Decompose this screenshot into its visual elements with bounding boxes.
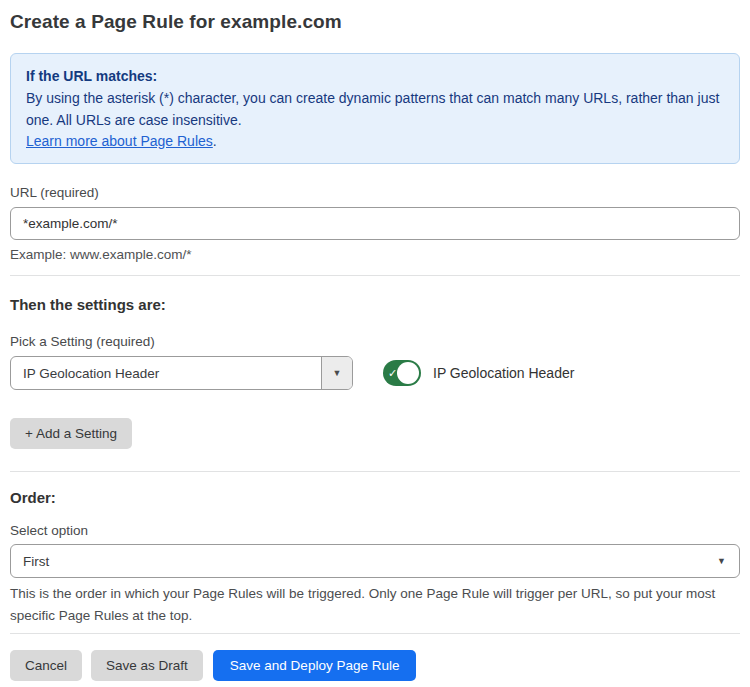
divider: [10, 471, 740, 472]
check-icon: ✓: [388, 368, 397, 379]
link-suffix: .: [213, 133, 217, 149]
setting-row: IP Geolocation Header ▼ ✓ IP Geolocation…: [10, 356, 740, 390]
actions-row: Cancel Save as Draft Save and Deploy Pag…: [10, 650, 740, 681]
dropdown-caret-icon: ▼: [333, 368, 342, 378]
select-caret-icon: ▼: [717, 556, 726, 566]
setting-dropdown[interactable]: IP Geolocation Header ▼: [10, 356, 353, 390]
order-helper-text: This is the order in which your Page Rul…: [10, 583, 740, 628]
info-box-body: By using the asterisk (*) character, you…: [26, 88, 724, 131]
page-rule-form: Create a Page Rule for example.com If th…: [0, 0, 750, 687]
setting-dropdown-value: IP Geolocation Header: [11, 357, 321, 389]
save-deploy-button[interactable]: Save and Deploy Page Rule: [213, 650, 417, 681]
divider: [10, 275, 740, 276]
settings-section-heading: Then the settings are:: [10, 296, 740, 313]
cancel-button[interactable]: Cancel: [10, 650, 82, 681]
toggle-knob: [397, 362, 419, 384]
url-field-label: URL (required): [10, 185, 740, 200]
order-select-value: First: [23, 554, 49, 569]
url-example-helper: Example: www.example.com/*: [10, 247, 740, 262]
add-setting-wrap: + Add a Setting: [10, 418, 740, 449]
info-box-heading: If the URL matches:: [26, 66, 724, 87]
order-section-heading: Order:: [10, 489, 740, 506]
page-title: Create a Page Rule for example.com: [10, 11, 740, 33]
setting-toggle[interactable]: ✓: [383, 360, 421, 386]
info-link-line: Learn more about Page Rules.: [26, 131, 724, 152]
order-select-label: Select option: [10, 523, 740, 538]
add-setting-button[interactable]: + Add a Setting: [10, 418, 132, 449]
url-input[interactable]: [10, 207, 740, 240]
learn-more-link[interactable]: Learn more about Page Rules: [26, 133, 213, 149]
pick-setting-label: Pick a Setting (required): [10, 334, 740, 349]
toggle-label: IP Geolocation Header: [433, 365, 574, 381]
order-select[interactable]: First ▼: [10, 544, 740, 578]
divider: [10, 633, 740, 634]
url-match-info-box: If the URL matches: By using the asteris…: [10, 53, 740, 164]
setting-dropdown-button[interactable]: ▼: [321, 357, 352, 389]
save-draft-button[interactable]: Save as Draft: [91, 650, 203, 681]
